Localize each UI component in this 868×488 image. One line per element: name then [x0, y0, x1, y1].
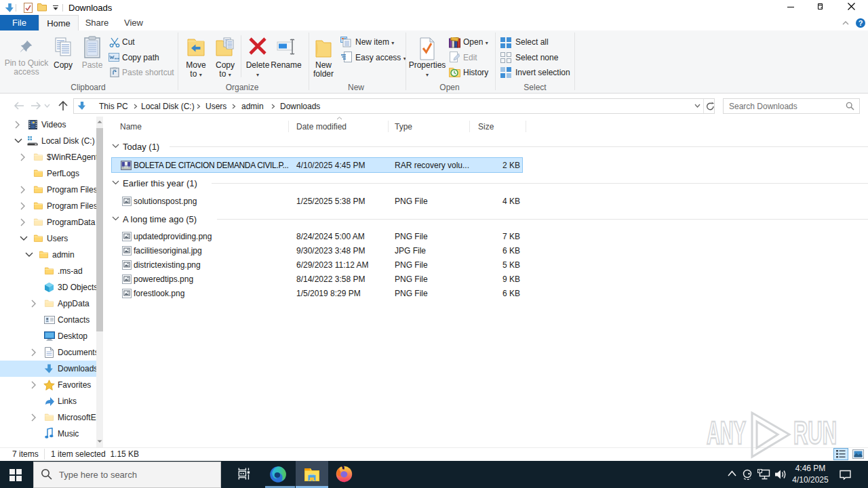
svg-text:RUN: RUN	[793, 414, 837, 451]
svg-text:ANY: ANY	[707, 414, 746, 451]
